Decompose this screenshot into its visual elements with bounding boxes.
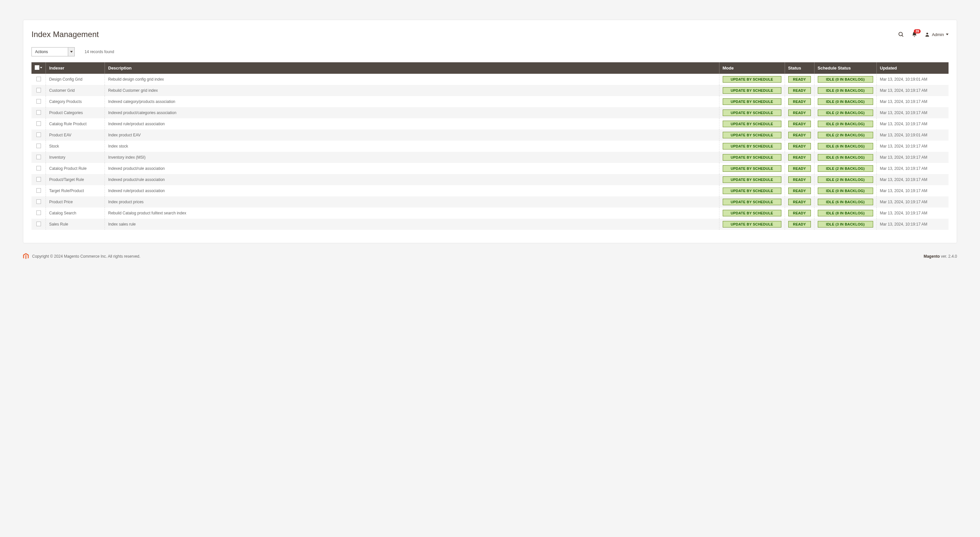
- magento-logo-icon: [23, 253, 29, 260]
- cell-description: Rebuild design config grid index: [105, 74, 719, 85]
- row-checkbox[interactable]: [37, 177, 41, 182]
- schedule-badge: IDLE (2 IN BACKLOG): [818, 132, 873, 139]
- records-count: 14 records found: [84, 49, 114, 54]
- cell-indexer: Sales Rule: [46, 219, 105, 230]
- actions-label: Actions: [32, 48, 68, 56]
- table-row: Catalog Rule ProductIndexed rule/product…: [32, 118, 948, 129]
- cell-indexer: Product EAV: [46, 129, 105, 141]
- cell-updated: Mar 13, 2024, 10:19:17 AM: [877, 107, 948, 118]
- row-checkbox[interactable]: [37, 199, 41, 204]
- status-badge: READY: [788, 132, 811, 139]
- cell-updated: Mar 13, 2024, 10:19:17 AM: [877, 118, 948, 129]
- cell-indexer: Catalog Rule Product: [46, 118, 105, 129]
- table-row: Catalog Product RuleIndexed product/rule…: [32, 163, 948, 174]
- mode-badge: UPDATE BY SCHEDULE: [723, 121, 781, 127]
- schedule-badge: IDLE (6 IN BACKLOG): [818, 143, 873, 150]
- row-checkbox[interactable]: [37, 110, 41, 115]
- cell-updated: Mar 13, 2024, 10:19:17 AM: [877, 141, 948, 152]
- cell-updated: Mar 13, 2024, 10:19:17 AM: [877, 163, 948, 174]
- row-checkbox[interactable]: [37, 99, 41, 104]
- cell-indexer: Design Config Grid: [46, 74, 105, 85]
- table-row: Category ProductsIndexed category/produc…: [32, 96, 948, 107]
- status-badge: READY: [788, 188, 811, 194]
- cell-updated: Mar 13, 2024, 10:19:17 AM: [877, 185, 948, 196]
- cell-description: Indexed product/rule association: [105, 174, 719, 185]
- cell-indexer: Catalog Search: [46, 207, 105, 219]
- row-checkbox[interactable]: [37, 210, 41, 215]
- mode-badge: UPDATE BY SCHEDULE: [723, 132, 781, 139]
- user-icon: [924, 32, 930, 37]
- row-checkbox[interactable]: [37, 121, 41, 126]
- search-icon[interactable]: [898, 31, 904, 38]
- chevron-down-icon: [40, 67, 42, 69]
- footer: Copyright © 2024 Magento Commerce Inc. A…: [23, 253, 957, 260]
- schedule-badge: IDLE (0 IN BACKLOG): [818, 87, 873, 94]
- svg-line-1: [902, 35, 903, 37]
- schedule-badge: IDLE (2 IN BACKLOG): [818, 110, 873, 116]
- row-checkbox[interactable]: [37, 155, 41, 159]
- actions-dropdown[interactable]: Actions: [32, 47, 75, 56]
- cell-updated: Mar 13, 2024, 10:19:17 AM: [877, 85, 948, 96]
- cell-description: Indexed rule/product association: [105, 118, 719, 129]
- row-checkbox[interactable]: [37, 166, 41, 171]
- cell-indexer: Customer Grid: [46, 85, 105, 96]
- schedule-badge: IDLE (6 IN BACKLOG): [818, 199, 873, 205]
- status-badge: READY: [788, 143, 811, 150]
- schedule-badge: IDLE (5 IN BACKLOG): [818, 154, 873, 161]
- col-header-indexer[interactable]: Indexer: [46, 62, 105, 74]
- mode-badge: UPDATE BY SCHEDULE: [723, 110, 781, 116]
- status-badge: READY: [788, 110, 811, 116]
- version-text: Magento ver. 2.4.0: [924, 254, 957, 259]
- index-table: Indexer Description Mode Status Schedule…: [32, 62, 948, 230]
- mode-badge: UPDATE BY SCHEDULE: [723, 76, 781, 83]
- status-badge: READY: [788, 165, 811, 172]
- cell-description: Index sales rule: [105, 219, 719, 230]
- schedule-badge: IDLE (8 IN BACKLOG): [818, 210, 873, 217]
- cell-indexer: Product Price: [46, 196, 105, 207]
- cell-description: Inventory index (MSI): [105, 152, 719, 163]
- row-checkbox[interactable]: [37, 88, 41, 92]
- cell-description: Rebuild Catalog product fulltext search …: [105, 207, 719, 219]
- cell-indexer: Product Categories: [46, 107, 105, 118]
- row-checkbox[interactable]: [37, 143, 41, 148]
- mode-badge: UPDATE BY SCHEDULE: [723, 154, 781, 161]
- cell-description: Index product prices: [105, 196, 719, 207]
- mode-badge: UPDATE BY SCHEDULE: [723, 98, 781, 105]
- chevron-down-icon: [68, 48, 75, 56]
- user-menu[interactable]: Admin: [924, 32, 948, 37]
- table-row: Target Rule/ProductIndexed rule/product …: [32, 185, 948, 196]
- table-row: Customer GridRebuild Customer grid index…: [32, 85, 948, 96]
- status-badge: READY: [788, 210, 811, 217]
- cell-indexer: Catalog Product Rule: [46, 163, 105, 174]
- cell-description: Indexed rule/product association: [105, 185, 719, 196]
- schedule-badge: IDLE (3 IN BACKLOG): [818, 221, 873, 228]
- cell-indexer: Inventory: [46, 152, 105, 163]
- schedule-badge: IDLE (0 IN BACKLOG): [818, 188, 873, 194]
- col-header-mode[interactable]: Mode: [719, 62, 785, 74]
- col-header-updated[interactable]: Updated: [877, 62, 948, 74]
- row-checkbox[interactable]: [37, 77, 41, 81]
- mode-badge: UPDATE BY SCHEDULE: [723, 199, 781, 205]
- select-all-checkbox[interactable]: [35, 65, 39, 70]
- row-checkbox[interactable]: [37, 132, 41, 137]
- cell-updated: Mar 13, 2024, 10:19:17 AM: [877, 174, 948, 185]
- col-header-schedule[interactable]: Schedule Status: [814, 62, 877, 74]
- panel-header: Index Management 39 Admin: [23, 20, 957, 47]
- status-badge: READY: [788, 154, 811, 161]
- cell-indexer: Category Products: [46, 96, 105, 107]
- col-header-status[interactable]: Status: [785, 62, 814, 74]
- page-title: Index Management: [32, 30, 99, 39]
- cell-updated: Mar 13, 2024, 10:19:17 AM: [877, 219, 948, 230]
- schedule-badge: IDLE (0 IN BACKLOG): [818, 121, 873, 127]
- cell-description: Indexed product/rule association: [105, 163, 719, 174]
- status-badge: READY: [788, 176, 811, 183]
- col-header-description[interactable]: Description: [105, 62, 719, 74]
- status-badge: READY: [788, 98, 811, 105]
- row-checkbox[interactable]: [37, 188, 41, 193]
- status-badge: READY: [788, 221, 811, 228]
- notifications-icon[interactable]: 39: [912, 31, 917, 38]
- mode-badge: UPDATE BY SCHEDULE: [723, 188, 781, 194]
- copyright-text: Copyright © 2024 Magento Commerce Inc. A…: [32, 254, 140, 259]
- col-header-select[interactable]: [32, 62, 46, 74]
- row-checkbox[interactable]: [37, 221, 41, 226]
